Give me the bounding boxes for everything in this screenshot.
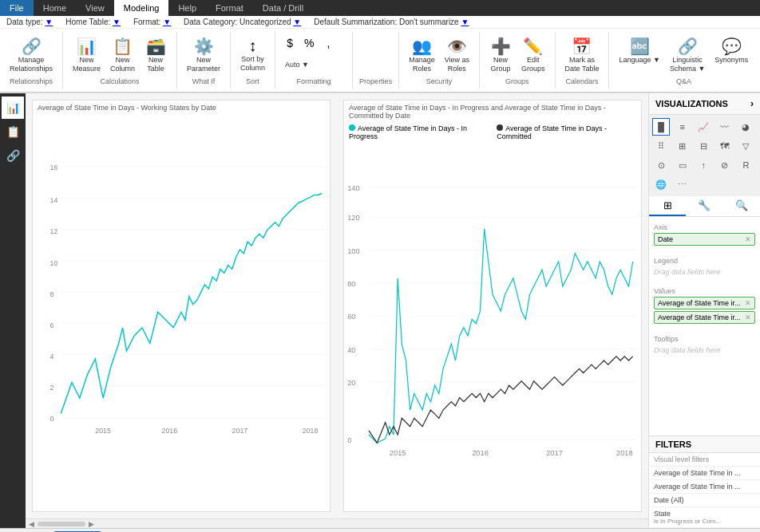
- edit-groups-icon: ✏️: [523, 37, 543, 56]
- viz-icon-slicer[interactable]: ⊘: [716, 156, 734, 174]
- legend-section: Legend Drag data fields here: [649, 250, 760, 281]
- new-table-button[interactable]: 🗃️ NewTable: [141, 35, 170, 75]
- viz-icon-r[interactable]: R: [737, 156, 754, 174]
- manage-roles-button[interactable]: 👥 ManageRoles: [406, 35, 438, 75]
- new-group-button[interactable]: ➕ NewGroup: [486, 35, 515, 75]
- scroll-left-icon[interactable]: ◀: [29, 520, 34, 528]
- relationships-icon: 🔗: [22, 37, 42, 56]
- viz-icon-kpi[interactable]: ↑: [695, 156, 712, 174]
- values-field-2[interactable]: Average of State Time ir... ✕: [654, 311, 755, 324]
- ribbon-group-security: 👥 ManageRoles 👁️ View asRoles Security: [399, 32, 480, 89]
- visualizations-expand-icon[interactable]: ›: [750, 98, 754, 109]
- ribbon-group-groups: ➕ NewGroup ✏️ EditGroups Groups: [480, 32, 556, 89]
- new-group-icon: ➕: [491, 37, 511, 56]
- calendars-group-label: Calendars: [565, 76, 598, 85]
- legend-placeholder: Drag data fields here: [654, 266, 755, 278]
- view-as-roles-icon: 👁️: [447, 37, 467, 56]
- filters-header: FILTERS: [649, 435, 760, 453]
- linguistic-schema-button[interactable]: 🔗 LinguisticSchema ▼: [667, 35, 708, 75]
- viz-icon-matrix[interactable]: ⊟: [695, 137, 712, 155]
- viz-icon-more[interactable]: ⋯: [674, 175, 691, 193]
- sort-group-label: Sort: [246, 76, 259, 85]
- viz-icon-scatter[interactable]: ⠿: [652, 137, 670, 155]
- fields-icon: ⊞: [663, 199, 672, 211]
- chart-1-title: Average of State Time in Days - Working …: [33, 100, 330, 115]
- values-field-1[interactable]: Average of State Time ir... ✕: [654, 297, 755, 309]
- horizontal-scrollbar[interactable]: ◀ ▶: [26, 518, 648, 528]
- comma-icon: ,: [327, 37, 331, 49]
- axis-field-remove[interactable]: ✕: [745, 235, 751, 243]
- filter-1-label: Average of State Time in ...: [654, 469, 755, 477]
- calculations-group-label: Calculations: [101, 76, 140, 85]
- viz-icon-line[interactable]: 〰: [716, 118, 734, 136]
- scroll-right-icon[interactable]: ▶: [89, 520, 94, 528]
- viz-icon-gauge[interactable]: ⊙: [652, 156, 670, 174]
- viz-icon-area[interactable]: 📈: [695, 118, 712, 136]
- relationships-group-label: Relationships: [10, 76, 53, 85]
- svg-text:2018: 2018: [616, 449, 633, 457]
- comma-format-button[interactable]: ,: [321, 35, 337, 51]
- tab-file[interactable]: File: [0, 0, 34, 16]
- sidebar-icon-data[interactable]: 📋: [2, 120, 24, 143]
- language-button[interactable]: 🔤 Language ▼: [616, 35, 663, 66]
- new-table-icon: 🗃️: [146, 37, 166, 56]
- values-field-1-text: Average of State Time ir...: [658, 299, 740, 307]
- sort-by-column-button[interactable]: ↕️ Sort byColumn: [237, 35, 268, 74]
- filter-item-1[interactable]: Average of State Time in ...: [649, 467, 760, 480]
- tab-view[interactable]: View: [76, 0, 114, 16]
- viz-tab-fields[interactable]: ⊞: [649, 196, 686, 216]
- whatif-group-label: What If: [192, 76, 216, 85]
- manage-roles-icon: 👥: [412, 37, 432, 56]
- svg-text:2015: 2015: [95, 427, 111, 435]
- sidebar-icon-model[interactable]: 🔗: [2, 144, 24, 167]
- viz-tab-format[interactable]: 🔧: [686, 196, 722, 216]
- linguistic-schema-icon: 🔗: [678, 37, 698, 56]
- viz-icon-bar[interactable]: ▐▌: [652, 118, 670, 136]
- percent-icon: %: [304, 37, 314, 49]
- viz-icon-map[interactable]: 🗺: [716, 137, 734, 155]
- viz-icon-table[interactable]: ⊞: [674, 137, 691, 155]
- svg-text:40: 40: [347, 346, 355, 354]
- manage-relationships-button[interactable]: 🔗 ManageRelationships: [6, 35, 56, 75]
- filter-item-4[interactable]: State is In Progress or Com...: [649, 507, 760, 528]
- tooltips-label: Tooltips: [654, 335, 755, 343]
- dollar-format-button[interactable]: $: [282, 35, 298, 51]
- viz-icon-funnel[interactable]: ▽: [737, 137, 754, 155]
- new-column-button[interactable]: 📋 NewColumn: [107, 35, 138, 75]
- tab-home[interactable]: Home: [34, 0, 76, 16]
- synonyms-button[interactable]: 💬 Synonyms: [711, 35, 751, 66]
- svg-text:2015: 2015: [390, 449, 406, 457]
- axis-date-field[interactable]: Date ✕: [654, 233, 755, 246]
- viz-tab-analytics[interactable]: 🔍: [723, 196, 760, 216]
- edit-groups-button[interactable]: ✏️ EditGroups: [518, 35, 548, 75]
- new-parameter-icon: ⚙️: [194, 37, 214, 56]
- svg-text:8: 8: [50, 290, 54, 298]
- filter-item-3[interactable]: Date (All): [649, 494, 760, 507]
- mark-as-date-table-button[interactable]: 📅 Mark asDate Table: [562, 35, 603, 75]
- auto-format-button[interactable]: Auto ▼: [282, 59, 312, 71]
- new-parameter-button[interactable]: ⚙️ NewParameter: [184, 35, 224, 75]
- values-field-2-remove[interactable]: ✕: [745, 313, 751, 321]
- values-field-2-text: Average of State Time ir...: [658, 313, 740, 321]
- new-measure-button[interactable]: 📊 NewMeasure: [69, 35, 104, 75]
- svg-text:2017: 2017: [546, 449, 563, 457]
- tab-modeling[interactable]: Modeling: [114, 0, 169, 16]
- scroll-bar-thumb[interactable]: [38, 522, 85, 526]
- sidebar-icon-report[interactable]: 📊: [2, 97, 24, 119]
- viz-icon-python[interactable]: 🌐: [652, 175, 670, 193]
- view-as-roles-button[interactable]: 👁️ View asRoles: [441, 35, 473, 75]
- percent-format-button[interactable]: %: [301, 35, 317, 51]
- filter-item-2[interactable]: Average of State Time in ...: [649, 480, 760, 494]
- svg-text:4: 4: [50, 353, 54, 361]
- chart-2-legend: Average of State Time in Days - In Progr…: [344, 123, 641, 142]
- viz-icon-card[interactable]: ▭: [674, 156, 691, 174]
- new-column-icon: 📋: [113, 37, 133, 56]
- synonyms-icon: 💬: [722, 37, 742, 56]
- values-field-1-remove[interactable]: ✕: [745, 299, 751, 307]
- tab-help[interactable]: Help: [168, 0, 206, 16]
- chart-1-svg: 16 14 12 10 8 6 4 2 0: [33, 115, 330, 494]
- tab-format[interactable]: Format: [206, 0, 253, 16]
- viz-icon-pie[interactable]: ◕: [737, 118, 754, 136]
- tab-data-drill[interactable]: Data / Drill: [253, 0, 313, 16]
- viz-icon-bar2[interactable]: ≡: [674, 118, 691, 136]
